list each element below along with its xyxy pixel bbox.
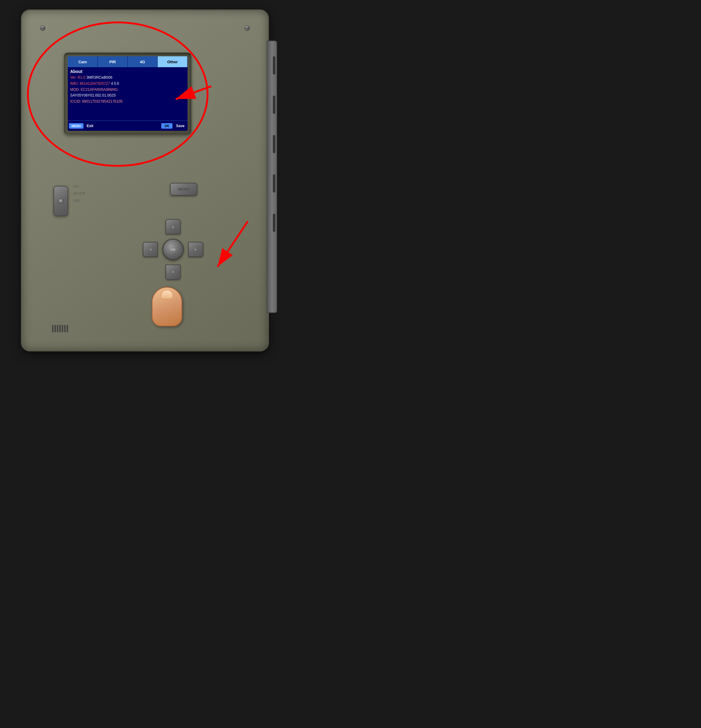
- about-title: About: [70, 69, 185, 74]
- screen-bottom-bar: MENU Exit OK Save: [68, 120, 188, 131]
- hinge-slot-2: [273, 96, 275, 114]
- iccid-row: ICCID: 89011703278542176105: [70, 99, 185, 104]
- hinge-right: [267, 40, 277, 313]
- power-switch-knob[interactable]: [53, 186, 68, 216]
- screen-surround: Cam PIR 4G Other About Ver: R1.0 3MR3RCw…: [64, 53, 191, 134]
- tab-bar: Cam PIR 4G Other: [68, 56, 188, 67]
- scene: Cam PIR 4G Other About Ver: R1.0 3MR3RCw…: [9, 3, 342, 361]
- dpad-left-button[interactable]: ◄: [143, 242, 158, 257]
- hinge-slot-5: [273, 214, 275, 232]
- mod-row: MOD: EC21AFAR05A06M4G: [70, 87, 185, 92]
- finger-thumb: [152, 287, 182, 326]
- switch-off-label: OFF: [73, 197, 85, 204]
- version-row: Ver: R1.0 3MR3RCwB506: [70, 75, 185, 80]
- screen-save-button[interactable]: Save: [174, 123, 186, 129]
- iccid-label: ICCID: 89011703278542176105: [70, 99, 123, 104]
- switch-indicator: [58, 199, 63, 204]
- dpad-right-button[interactable]: ►: [188, 242, 203, 257]
- speaker-grille: [52, 325, 68, 332]
- tab-pir[interactable]: PIR: [98, 56, 128, 67]
- screen-ok-button[interactable]: OK: [161, 123, 172, 129]
- dpad-down-button[interactable]: ▼: [166, 264, 180, 280]
- switch-on-label: ON: [73, 183, 85, 190]
- version-value: 3MR3RCwB506: [86, 75, 112, 79]
- hinge-slot-4: [273, 174, 275, 192]
- dpad: ▲ ◄ OK ► ▼: [143, 219, 203, 280]
- power-switch-area: ON SETUP OFF: [50, 180, 87, 240]
- imei-row: IMEI: 861412047925727 4.5.6: [70, 81, 185, 86]
- screen-exit-button[interactable]: Exit: [85, 123, 95, 129]
- hardware-menu-button[interactable]: MENU: [170, 183, 197, 195]
- mod-value: SAY05Y06Y01.002.01.002S: [70, 93, 116, 97]
- screen-menu-button[interactable]: MENU: [69, 123, 84, 129]
- switch-setup-label: SETUP: [73, 190, 85, 197]
- screen-content: About Ver: R1.0 3MR3RCwB506 IMEI: 861412…: [68, 67, 188, 120]
- mod-label: MOD: EC21AFAR05A06M4G: [70, 88, 118, 92]
- tab-4g[interactable]: 4G: [128, 56, 158, 67]
- imei-label: IMEI: 861412047925727: [70, 81, 110, 86]
- version-label: Ver: R1.0: [70, 75, 85, 79]
- tab-cam[interactable]: Cam: [68, 56, 98, 67]
- screw-top-left: [40, 25, 45, 31]
- dpad-up-button[interactable]: ▲: [166, 219, 180, 234]
- screw-top-right: [244, 25, 250, 31]
- camera-body: Cam PIR 4G Other About Ver: R1.0 3MR3RCw…: [21, 9, 269, 351]
- dpad-ok-button[interactable]: OK: [163, 239, 184, 260]
- hinge-slot-3: [273, 135, 275, 153]
- switch-labels: ON SETUP OFF: [73, 183, 85, 204]
- hinge-slot-1: [273, 56, 275, 74]
- lcd-screen: Cam PIR 4G Other About Ver: R1.0 3MR3RCw…: [68, 56, 188, 131]
- tab-other[interactable]: Other: [158, 56, 188, 67]
- finger-nail: [161, 290, 173, 299]
- mod-value-row: SAY05Y06Y01.002.01.002S: [70, 93, 185, 98]
- imei-value: 4.5.6: [111, 81, 119, 86]
